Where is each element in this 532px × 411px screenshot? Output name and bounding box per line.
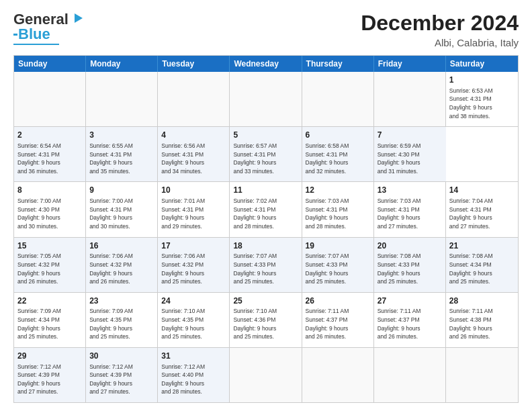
cal-cell-day-13: 13Sunrise: 7:03 AMSunset: 4:31 PMDayligh…	[374, 182, 446, 236]
cal-cell-day-21: 21Sunrise: 7:08 AMSunset: 4:34 PMDayligh…	[446, 238, 518, 292]
cal-cell-day-11: 11Sunrise: 7:02 AMSunset: 4:31 PMDayligh…	[230, 182, 302, 236]
cell-info: Sunrise: 7:12 AMSunset: 4:39 PMDaylight:…	[89, 363, 133, 396]
day-number: 5	[233, 130, 298, 141]
cal-cell-day-19: 19Sunrise: 7:07 AMSunset: 4:33 PMDayligh…	[302, 238, 374, 292]
cal-week-3: 8Sunrise: 7:00 AMSunset: 4:30 PMDaylight…	[14, 181, 518, 236]
logo-icon	[69, 11, 84, 26]
day-number: 23	[89, 295, 154, 307]
cal-cell-day-26: 26Sunrise: 7:11 AMSunset: 4:37 PMDayligh…	[302, 293, 374, 347]
cell-info: Sunrise: 7:09 AMSunset: 4:34 PMDaylight:…	[17, 308, 61, 340]
cell-info: Sunrise: 7:10 AMSunset: 4:35 PMDaylight:…	[161, 308, 205, 340]
calendar-body: 1Sunrise: 6:53 AMSunset: 4:31 PMDaylight…	[14, 72, 518, 402]
cal-week-1: 1Sunrise: 6:53 AMSunset: 4:31 PMDaylight…	[14, 72, 518, 126]
day-number: 19	[306, 240, 370, 252]
cal-cell-day-9: 9Sunrise: 7:00 AMSunset: 4:31 PMDaylight…	[86, 182, 158, 236]
header-day-wednesday: Wednesday	[230, 56, 302, 72]
cell-info: Sunrise: 6:54 AMSunset: 4:31 PMDaylight:…	[17, 142, 61, 175]
cell-info: Sunrise: 7:11 AMSunset: 4:38 PMDaylight:…	[449, 308, 493, 340]
day-number: 27	[378, 295, 442, 307]
cal-cell-day-24: 24Sunrise: 7:10 AMSunset: 4:35 PMDayligh…	[158, 293, 230, 347]
cell-info: Sunrise: 7:00 AMSunset: 4:30 PMDaylight:…	[17, 197, 61, 230]
cal-cell-day-5: 5Sunrise: 6:57 AMSunset: 4:31 PMDaylight…	[230, 127, 302, 181]
cell-info: Sunrise: 7:07 AMSunset: 4:33 PMDaylight:…	[306, 253, 349, 285]
cell-info: Sunrise: 7:03 AMSunset: 4:31 PMDaylight:…	[306, 197, 349, 230]
logo-underline	[13, 44, 59, 45]
cal-cell-empty	[302, 72, 374, 126]
page: General Blue December 2024 Albi, Calabri…	[0, 0, 532, 411]
cal-cell-empty	[14, 72, 86, 126]
day-number: 29	[17, 351, 82, 362]
day-number: 8	[17, 185, 82, 196]
day-number: 18	[233, 240, 298, 252]
header-day-sunday: Sunday	[14, 56, 86, 72]
cal-cell-day-17: 17Sunrise: 7:06 AMSunset: 4:32 PMDayligh…	[158, 238, 230, 292]
day-number: 2	[17, 130, 82, 141]
logo: General Blue	[13, 11, 84, 45]
cal-cell-day-30: 30Sunrise: 7:12 AMSunset: 4:39 PMDayligh…	[86, 348, 158, 402]
main-title: December 2024	[361, 11, 519, 36]
cal-cell-empty	[302, 348, 374, 402]
cell-info: Sunrise: 7:02 AMSunset: 4:31 PMDaylight:…	[233, 197, 277, 230]
cal-week-6: 29Sunrise: 7:12 AMSunset: 4:39 PMDayligh…	[14, 347, 518, 402]
header-day-monday: Monday	[86, 56, 158, 72]
cal-cell-day-29: 29Sunrise: 7:12 AMSunset: 4:39 PMDayligh…	[14, 348, 86, 402]
day-number: 9	[89, 185, 154, 196]
cal-week-2: 2Sunrise: 6:54 AMSunset: 4:31 PMDaylight…	[14, 126, 518, 181]
cell-info: Sunrise: 7:04 AMSunset: 4:31 PMDaylight:…	[449, 197, 493, 230]
day-number: 22	[17, 295, 82, 307]
cal-cell-day-25: 25Sunrise: 7:10 AMSunset: 4:36 PMDayligh…	[230, 293, 302, 347]
cal-cell-empty	[374, 348, 446, 402]
header: General Blue December 2024 Albi, Calabri…	[13, 11, 519, 48]
day-number: 17	[161, 240, 226, 252]
day-number: 21	[449, 240, 515, 252]
cal-cell-day-10: 10Sunrise: 7:01 AMSunset: 4:31 PMDayligh…	[158, 182, 230, 236]
cell-info: Sunrise: 7:03 AMSunset: 4:31 PMDaylight:…	[378, 197, 421, 230]
cell-info: Sunrise: 6:58 AMSunset: 4:31 PMDaylight:…	[306, 142, 349, 175]
day-number: 11	[233, 185, 298, 196]
day-number: 6	[306, 130, 370, 141]
cell-info: Sunrise: 7:06 AMSunset: 4:32 PMDaylight:…	[161, 253, 205, 285]
day-number: 24	[161, 295, 226, 307]
header-day-friday: Friday	[374, 56, 446, 72]
cal-cell-day-28: 28Sunrise: 7:11 AMSunset: 4:38 PMDayligh…	[446, 293, 518, 347]
cell-info: Sunrise: 6:55 AMSunset: 4:31 PMDaylight:…	[89, 142, 133, 175]
cell-info: Sunrise: 6:59 AMSunset: 4:30 PMDaylight:…	[378, 142, 421, 175]
cal-cell-empty	[230, 348, 302, 402]
calendar: SundayMondayTuesdayWednesdayThursdayFrid…	[13, 55, 519, 403]
cal-cell-day-1: 1Sunrise: 6:53 AMSunset: 4:31 PMDaylight…	[446, 72, 518, 126]
cal-cell-day-22: 22Sunrise: 7:09 AMSunset: 4:34 PMDayligh…	[14, 293, 86, 347]
cell-info: Sunrise: 7:06 AMSunset: 4:32 PMDaylight:…	[89, 253, 133, 285]
cal-cell-day-3: 3Sunrise: 6:55 AMSunset: 4:31 PMDaylight…	[86, 127, 158, 181]
cal-week-4: 15Sunrise: 7:05 AMSunset: 4:32 PMDayligh…	[14, 237, 518, 292]
cal-cell-empty	[158, 72, 230, 126]
header-day-thursday: Thursday	[302, 56, 374, 72]
cal-cell-empty	[446, 348, 518, 402]
cal-cell-day-6: 6Sunrise: 6:58 AMSunset: 4:31 PMDaylight…	[302, 127, 374, 181]
title-block: December 2024 Albi, Calabria, Italy	[361, 11, 519, 48]
cell-info: Sunrise: 7:07 AMSunset: 4:33 PMDaylight:…	[233, 253, 277, 285]
cal-cell-day-15: 15Sunrise: 7:05 AMSunset: 4:32 PMDayligh…	[14, 238, 86, 292]
header-day-tuesday: Tuesday	[158, 56, 230, 72]
cell-info: Sunrise: 7:05 AMSunset: 4:32 PMDaylight:…	[17, 253, 61, 285]
day-number: 12	[306, 185, 370, 196]
subtitle: Albi, Calabria, Italy	[361, 37, 519, 48]
svg-marker-0	[75, 13, 83, 23]
cal-week-5: 22Sunrise: 7:09 AMSunset: 4:34 PMDayligh…	[14, 292, 518, 347]
cal-cell-empty	[374, 72, 446, 126]
day-number: 16	[89, 240, 154, 252]
header-day-saturday: Saturday	[446, 56, 518, 72]
cell-info: Sunrise: 7:08 AMSunset: 4:33 PMDaylight:…	[378, 253, 421, 285]
cal-cell-day-31: 31Sunrise: 7:12 AMSunset: 4:40 PMDayligh…	[158, 348, 230, 402]
day-number: 20	[378, 240, 442, 252]
cell-info: Sunrise: 7:10 AMSunset: 4:36 PMDaylight:…	[233, 308, 277, 340]
calendar-header: SundayMondayTuesdayWednesdayThursdayFrid…	[14, 56, 518, 72]
day-number: 15	[17, 240, 82, 252]
day-number: 3	[89, 130, 154, 141]
cell-info: Sunrise: 7:08 AMSunset: 4:34 PMDaylight:…	[449, 253, 493, 285]
cal-cell-day-20: 20Sunrise: 7:08 AMSunset: 4:33 PMDayligh…	[374, 238, 446, 292]
cell-info: Sunrise: 6:53 AMSunset: 4:31 PMDaylight:…	[449, 87, 493, 120]
day-number: 13	[378, 185, 442, 196]
cell-info: Sunrise: 7:11 AMSunset: 4:37 PMDaylight:…	[306, 308, 349, 340]
cal-cell-day-27: 27Sunrise: 7:11 AMSunset: 4:37 PMDayligh…	[374, 293, 446, 347]
cal-cell-day-12: 12Sunrise: 7:03 AMSunset: 4:31 PMDayligh…	[302, 182, 374, 236]
